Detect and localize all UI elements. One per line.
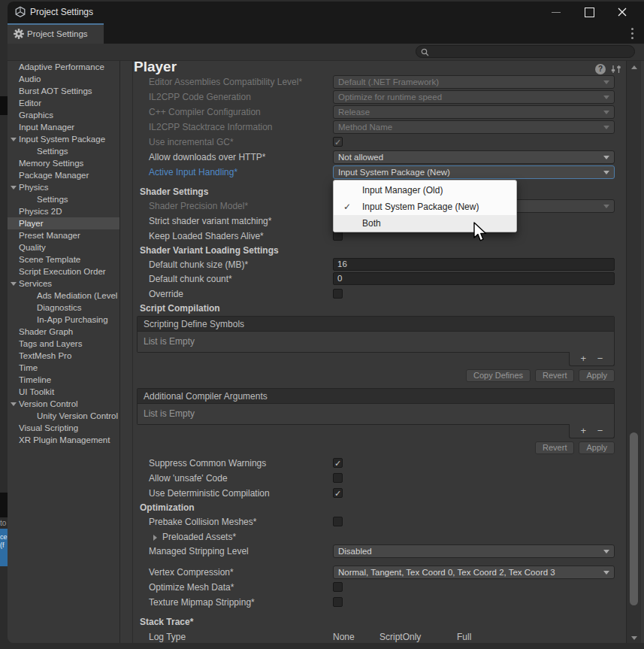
checkmark-icon: ✓ — [334, 459, 342, 468]
sidebar-item-diagnostics[interactable]: Diagnostics — [8, 302, 120, 314]
row-label-prebake-collision-meshes: Prebake Collision Meshes* — [149, 514, 256, 529]
apply-button[interactable]: Apply — [579, 441, 615, 454]
list-empty-text: List is Empty — [138, 332, 614, 352]
sidebar-item-ads-mediation-level[interactable]: Ads Mediation (Level — [8, 290, 120, 302]
foldout-open-icon[interactable] — [11, 282, 17, 286]
sidebar-item-version-control[interactable]: Version Control — [8, 398, 120, 410]
sidebar-item-label: Quality — [19, 241, 46, 253]
scrollbar-thumb[interactable] — [630, 432, 638, 605]
sidebar-item-label: In-App Purchasing — [37, 314, 108, 326]
sidebar-item-unity-version-control[interactable]: Unity Version Control — [8, 410, 120, 422]
sidebar-item-xr-plugin-management[interactable]: XR Plugin Management — [8, 434, 120, 446]
sidebar-item-input-manager[interactable]: Input Manager — [8, 121, 120, 133]
vertical-scrollbar[interactable] — [626, 61, 641, 643]
sidebar-item-graphics[interactable]: Graphics — [8, 109, 120, 121]
chevron-down-icon — [603, 205, 609, 208]
foldout-open-icon[interactable] — [11, 186, 17, 190]
add-button[interactable]: + — [581, 353, 587, 365]
sidebar-item-label: Input System Package — [19, 133, 105, 145]
il2cpp-stacktrace-information-dropdown: Method Name — [333, 120, 615, 134]
scroll-down-icon[interactable] — [631, 636, 637, 640]
default-chunk-count-field[interactable]: 0 — [333, 272, 615, 285]
sidebar-item-settings[interactable]: Settings — [8, 193, 120, 205]
remove-button[interactable]: − — [597, 425, 603, 437]
sidebar-item-time[interactable]: Time — [8, 362, 120, 374]
sidebar-item-tags-and-layers[interactable]: Tags and Layers — [8, 338, 120, 350]
apply-button[interactable]: Apply — [579, 369, 615, 382]
remove-button[interactable]: − — [597, 353, 603, 365]
managed-stripping-level-dropdown[interactable]: Disabled — [333, 544, 615, 558]
sidebar-item-label: Input Manager — [19, 121, 74, 133]
sidebar-item-services[interactable]: Services — [8, 277, 120, 290]
sidebar-item-quality[interactable]: Quality — [8, 241, 120, 253]
revert-button[interactable]: Revert — [535, 369, 574, 382]
sidebar-item-in-app-purchasing[interactable]: In-App Purchasing — [8, 314, 120, 326]
dropdown-value: Disabled — [334, 545, 600, 557]
allow-unsafe-code-checkbox[interactable] — [333, 473, 343, 483]
sidebar-item-memory-settings[interactable]: Memory Settings — [8, 157, 120, 169]
il2cpp-code-generation-dropdown: Optimize for runtime speed — [333, 90, 615, 104]
sidebar-item-editor[interactable]: Editor — [8, 97, 120, 109]
sidebar-item-input-system-package[interactable]: Input System Package — [8, 133, 120, 145]
suppress-common-warnings-checkbox[interactable]: ✓ — [333, 458, 343, 468]
chevron-down-icon — [603, 111, 609, 114]
sidebar-item-package-manager[interactable]: Package Manager — [8, 169, 120, 181]
tab-label: Project Settings — [27, 25, 88, 43]
sidebar-item-settings[interactable]: Settings — [8, 145, 120, 157]
scroll-up-icon[interactable] — [631, 65, 637, 69]
sidebar-item-shader-graph[interactable]: Shader Graph — [8, 326, 120, 338]
sidebar-item-label: Preset Manager — [19, 229, 80, 241]
list-empty-text: List is Empty — [138, 404, 614, 424]
row-label-managed-stripping-level: Managed Stripping Level — [149, 544, 249, 559]
popup-option-input-manager-old[interactable]: Input Manager (Old) — [334, 182, 516, 199]
vertex-compression-dropdown[interactable]: Normal, Tangent, Tex Coord 0, Tex Coord … — [333, 566, 615, 579]
texture-mipmap-stripping-checkbox[interactable] — [333, 597, 343, 607]
sidebar-item-label: Package Manager — [19, 169, 89, 181]
sidebar-item-textmesh-pro[interactable]: TextMesh Pro — [8, 350, 120, 362]
add-button[interactable]: + — [581, 425, 587, 437]
sidebar-item-ui-toolkit[interactable]: UI Toolkit — [8, 386, 120, 398]
tab-menu-kebab-icon[interactable] — [631, 28, 633, 39]
editor-assemblies-compatibility-level-dropdown: Default (.NET Framework) — [333, 75, 615, 89]
sidebar-item-burst-aot-settings[interactable]: Burst AOT Settings — [8, 85, 120, 97]
default-chunk-size-mb-field[interactable]: 16 — [333, 258, 615, 271]
popup-option-input-system-package-new[interactable]: ✓Input System Package (New) — [334, 199, 516, 215]
sidebar-item-script-execution-order[interactable]: Script Execution Order — [8, 265, 120, 277]
revert-button[interactable]: Revert — [535, 441, 574, 454]
override-checkbox[interactable] — [333, 289, 343, 299]
sidebar-item-visual-scripting[interactable]: Visual Scripting — [8, 422, 120, 434]
row-label-allow-unsafe-code: Allow 'unsafe' Code — [149, 471, 228, 486]
foldout-open-icon[interactable] — [11, 138, 17, 141]
allow-downloads-over-http-dropdown[interactable]: Not allowed — [333, 150, 615, 164]
active-input-handling-dropdown[interactable]: Input System Package (New) — [333, 165, 615, 179]
sidebar-item-label: Editor — [19, 97, 41, 109]
foldout-open-icon[interactable] — [11, 402, 17, 406]
row-label-log-type: Log Type — [149, 629, 186, 643]
sidebar-item-player[interactable]: Player — [8, 217, 120, 229]
tab-project-settings[interactable]: Project Settings — [8, 23, 104, 44]
window-title: Project Settings — [30, 2, 93, 23]
unity-logo-icon — [14, 6, 26, 18]
sidebar-item-label: Physics 2D — [19, 205, 62, 217]
sidebar-item-scene-template[interactable]: Scene Template — [8, 253, 120, 265]
chevron-down-icon — [603, 80, 609, 84]
use-deterministic-compilation-checkbox[interactable]: ✓ — [333, 488, 343, 498]
copy-defines-button[interactable]: Copy Defines — [466, 369, 531, 382]
sidebar-item-label: Settings — [37, 193, 68, 205]
sidebar-item-physics-2d[interactable]: Physics 2D — [8, 205, 120, 217]
sidebar-item-audio[interactable]: Audio — [8, 73, 120, 85]
prebake-collision-meshes-checkbox[interactable] — [333, 517, 343, 526]
foldout-closed-icon[interactable] — [153, 535, 157, 541]
foldout-label-preloaded-assets[interactable]: Preloaded Assets* — [162, 529, 236, 544]
sidebar-item-adaptive-performance[interactable]: Adaptive Performance — [8, 61, 120, 73]
row-label-use-incremental-gc: Use incremental GC* — [149, 135, 234, 150]
sidebar-item-physics[interactable]: Physics — [8, 181, 120, 193]
gear-icon — [14, 29, 24, 39]
sidebar-item-label: Physics — [19, 181, 49, 193]
sidebar-item-timeline[interactable]: Timeline — [8, 374, 120, 386]
sidebar-item-label: Services — [19, 277, 52, 290]
dropdown-value: Not allowed — [334, 151, 600, 163]
chevron-down-icon — [603, 96, 609, 99]
optimize-mesh-data-checkbox[interactable] — [333, 582, 343, 592]
sidebar-item-preset-manager[interactable]: Preset Manager — [8, 229, 120, 241]
